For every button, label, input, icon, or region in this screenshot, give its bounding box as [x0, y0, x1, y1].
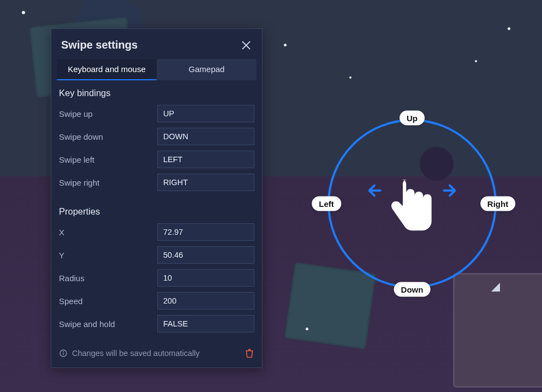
- swipe-settings-panel: Swipe settings Keyboard and mouse Gamepa…: [51, 28, 263, 368]
- direction-pill-up[interactable]: Up: [400, 111, 425, 126]
- label-swipe-left: Swipe left: [59, 155, 157, 164]
- panel-footer: Changes will be saved automatically: [51, 340, 262, 367]
- trash-icon: [245, 348, 254, 359]
- label-speed: Speed: [59, 296, 157, 306]
- autosave-text: Changes will be saved automatically: [72, 349, 200, 358]
- snow-dot: [306, 328, 308, 330]
- input-speed[interactable]: [157, 292, 254, 310]
- input-swipe-down[interactable]: [157, 128, 254, 145]
- row-y: Y: [59, 246, 254, 264]
- snow-dot: [508, 27, 510, 30]
- close-icon: [241, 40, 252, 51]
- row-x: X: [59, 223, 254, 241]
- tab-bar: Keyboard and mouse Gamepad: [57, 59, 257, 80]
- properties-section: Properties X Y Radius Speed Swipe and ho…: [51, 199, 262, 340]
- direction-pill-down[interactable]: Down: [394, 282, 431, 297]
- resize-handle[interactable]: [491, 283, 500, 292]
- label-swipe-and-hold: Swipe and hold: [59, 319, 157, 329]
- row-swipe-up: Swipe up: [59, 105, 254, 122]
- row-swipe-right: Swipe right: [59, 174, 254, 191]
- close-button[interactable]: [240, 39, 252, 51]
- panel-header: Swipe settings: [51, 29, 262, 59]
- svg-point-4: [63, 352, 64, 352]
- properties-heading: Properties: [59, 206, 254, 217]
- snow-dot: [475, 60, 477, 62]
- row-speed: Speed: [59, 292, 254, 310]
- input-y[interactable]: [157, 246, 254, 264]
- input-radius[interactable]: [157, 269, 254, 287]
- info-icon: [59, 349, 68, 358]
- input-swipe-up[interactable]: [157, 105, 254, 122]
- input-swipe-and-hold[interactable]: [157, 315, 254, 332]
- snow-dot: [349, 76, 352, 79]
- direction-pill-right[interactable]: Right: [480, 197, 515, 211]
- key-bindings-section: Key bindings Swipe up Swipe down Swipe l…: [51, 80, 262, 199]
- row-swipe-left: Swipe left: [59, 151, 254, 168]
- autosave-note: Changes will be saved automatically: [59, 349, 200, 358]
- hand-pointer-icon: [379, 167, 445, 243]
- key-bindings-heading: Key bindings: [59, 88, 254, 98]
- snow-dot: [22, 11, 25, 14]
- label-swipe-up: Swipe up: [59, 109, 157, 118]
- swipe-overlay[interactable]: Up Down Left Right: [327, 119, 497, 288]
- panel-title: Swipe settings: [61, 39, 138, 51]
- label-radius: Radius: [59, 274, 157, 283]
- row-swipe-and-hold: Swipe and hold: [59, 315, 254, 332]
- label-swipe-down: Swipe down: [59, 132, 157, 141]
- delete-button[interactable]: [245, 348, 254, 359]
- input-swipe-right[interactable]: [157, 174, 254, 191]
- label-x: X: [59, 228, 157, 237]
- row-swipe-down: Swipe down: [59, 128, 254, 145]
- input-swipe-left[interactable]: [157, 151, 254, 168]
- tab-keyboard-and-mouse[interactable]: Keyboard and mouse: [57, 59, 157, 80]
- label-swipe-right: Swipe right: [59, 178, 157, 187]
- label-y: Y: [59, 251, 157, 260]
- direction-pill-left[interactable]: Left: [312, 197, 341, 211]
- input-x[interactable]: [157, 223, 254, 241]
- row-radius: Radius: [59, 269, 254, 287]
- tab-gamepad[interactable]: Gamepad: [157, 59, 257, 80]
- snow-dot: [284, 44, 287, 46]
